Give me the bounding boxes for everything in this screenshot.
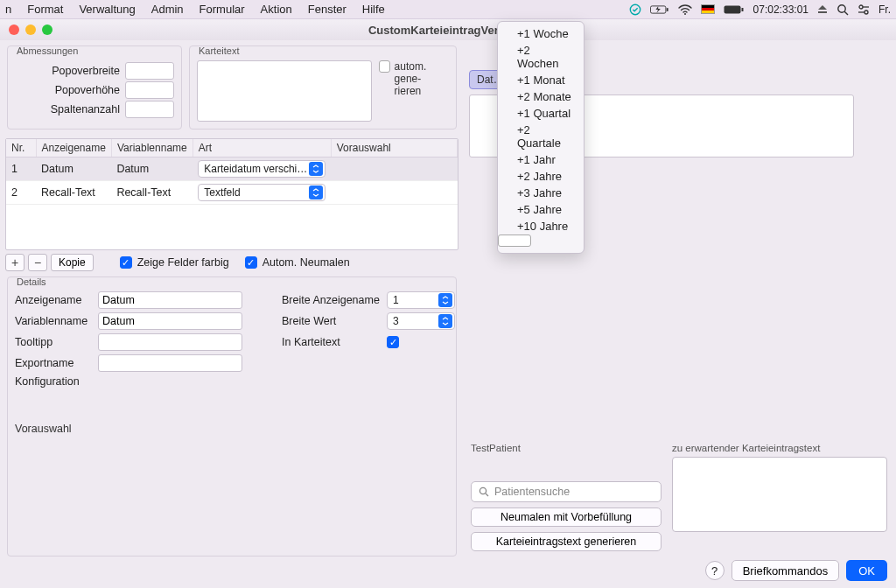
tooltipp-label: Tooltipp	[15, 336, 98, 348]
auto-generieren-checkbox[interactable]	[379, 60, 390, 73]
menu-item[interactable]: Admin	[151, 3, 184, 16]
chevron-updown-icon[interactable]	[438, 314, 452, 328]
menu-item[interactable]: +1 Monat	[498, 72, 584, 88]
tooltipp-input[interactable]	[98, 333, 242, 351]
ok-button[interactable]: OK	[846, 560, 887, 581]
menu-item[interactable]: +1 Quartal	[498, 105, 584, 122]
briefkommandos-button[interactable]: Briefkommandos	[732, 560, 840, 581]
dd-value: 1	[393, 294, 399, 306]
control-center-icon[interactable]	[858, 4, 870, 15]
menu-item[interactable]: Hilfe	[362, 3, 385, 16]
spaltenanzahl-label: Spaltenanzahl	[51, 103, 120, 116]
svg-point-9	[859, 5, 863, 9]
menubar-day[interactable]: Fr.	[878, 4, 891, 16]
patient-search[interactable]: Patientensuche	[471, 481, 662, 502]
search-icon[interactable]	[836, 4, 849, 16]
chevron-updown-icon[interactable]	[309, 162, 323, 176]
svg-line-8	[844, 11, 848, 15]
menu-item[interactable]: +10 Jahre	[498, 218, 584, 234]
col-vorauswahl[interactable]: Vorauswahl	[331, 139, 457, 158]
testpatient-panel: TestPatient Patientensuche Neumalen mit …	[471, 443, 662, 551]
table-row[interactable]: 1 Datum Datum Karteidatum verschi…	[6, 158, 458, 181]
menu-item[interactable]: +3 Jahre	[498, 185, 584, 201]
art-value: Textfeld	[204, 186, 240, 199]
group-label: Karteitext	[197, 46, 241, 56]
expected-label: zu erwartender Karteieintragstext	[672, 443, 887, 453]
add-button[interactable]: +	[5, 254, 24, 271]
breite-wert-select[interactable]: 3	[387, 312, 455, 330]
popoverhoehe-input[interactable]	[125, 81, 174, 99]
in-karteitext-label: In Karteitext	[282, 336, 387, 348]
menu-item[interactable]: Verwaltung	[79, 3, 135, 16]
menubar-clock[interactable]: 07:02:33:01	[753, 4, 808, 16]
karteitext-area[interactable]	[197, 60, 372, 122]
auto-generieren-label: autom. gene- rieren	[395, 60, 449, 97]
details-group: Details Anzeigename Breite Anzeigename 1…	[7, 276, 457, 556]
breite-anzeige-select[interactable]: 1	[387, 291, 455, 309]
svg-point-13	[480, 487, 486, 494]
testpatient-label: TestPatient	[471, 443, 662, 453]
chevron-updown-icon[interactable]	[309, 186, 323, 200]
breite-anzeige-label: Breite Anzeigename	[282, 294, 387, 306]
cell-art[interactable]: Textfeld	[192, 181, 331, 205]
chevron-updown-icon[interactable]	[438, 293, 452, 307]
battery-charging-icon[interactable]	[650, 4, 669, 15]
variablenname-label: Variablenname	[15, 315, 98, 327]
expected-panel: zu erwartender Karteieintragstext	[672, 443, 887, 551]
menu-item[interactable]: +2 Quartale	[498, 122, 584, 151]
menu-item[interactable]: +2 Wochen	[498, 42, 584, 72]
konfiguration-label: Konfiguration	[15, 375, 98, 388]
zeige-farbig-label: Zeige Felder farbig	[137, 256, 229, 269]
menubar: n Format Verwaltung Admin Formular Aktio…	[0, 0, 896, 19]
cell-anzeige: Datum	[36, 158, 111, 181]
eject-icon[interactable]	[817, 4, 828, 15]
menu-item[interactable]: +5 Jahre	[498, 201, 584, 218]
menu-item[interactable]: +2 Jahre	[498, 168, 584, 185]
neumalen-button[interactable]: Neumalen mit Vorbefüllung	[471, 508, 662, 527]
col-art[interactable]: Art	[192, 139, 331, 158]
popoverbreite-input[interactable]	[125, 62, 174, 80]
expected-text-area[interactable]	[672, 457, 887, 532]
menu-item[interactable]: Aktion	[261, 3, 292, 16]
menu-item[interactable]: n	[5, 3, 11, 16]
menu-item[interactable]: Format	[27, 3, 63, 16]
flag-germany-icon[interactable]	[701, 4, 715, 14]
remove-button[interactable]: −	[28, 254, 47, 271]
menu-item[interactable]: +2 Monate	[498, 88, 584, 105]
zeige-farbig-checkbox[interactable]: ✓	[120, 256, 132, 269]
svg-rect-6	[818, 11, 827, 13]
exportname-label: Exportname	[15, 357, 98, 369]
menu-item-checked[interactable]	[498, 234, 531, 247]
autom-neumalen-checkbox[interactable]: ✓	[245, 256, 257, 269]
spaltenanzahl-input[interactable]	[125, 101, 174, 118]
kopie-button[interactable]: Kopie	[51, 254, 94, 271]
cell-nr: 2	[6, 181, 36, 205]
col-nr[interactable]: Nr.	[6, 139, 36, 158]
help-button[interactable]: ?	[705, 561, 724, 580]
search-icon	[479, 486, 489, 497]
anzeigename-label: Anzeigename	[15, 294, 98, 306]
date-shift-menu[interactable]: +1 Woche +2 Wochen +1 Monat +2 Monate +1…	[497, 21, 584, 254]
col-var[interactable]: Variablenname	[111, 139, 192, 158]
exportname-input[interactable]	[98, 354, 242, 372]
window-title: CustomKarteieintragVerwaltu	[0, 24, 896, 37]
autom-neumalen-label: Autom. Neumalen	[262, 256, 350, 269]
anzeigename-input[interactable]	[98, 291, 242, 309]
in-karteitext-checkbox[interactable]: ✓	[387, 336, 399, 348]
vorauswahl-label: Vorauswahl	[15, 423, 449, 435]
battery-full-icon[interactable]	[724, 4, 745, 15]
group-label: Abmessungen	[15, 46, 80, 56]
variablenname-input[interactable]	[98, 312, 242, 330]
col-anzeige[interactable]: Anzeigename	[36, 139, 111, 158]
generieren-button[interactable]: Karteieintragstext generieren	[471, 532, 662, 551]
abmessungen-group: Abmessungen Popoverbreite Popoverhöhe Sp…	[7, 46, 182, 130]
menu-item[interactable]: +1 Jahr	[498, 151, 584, 168]
app-icon[interactable]	[629, 4, 641, 16]
menu-item[interactable]: Formular	[200, 3, 245, 16]
wifi-icon[interactable]	[678, 4, 692, 15]
cell-anzeige: Recall-Text	[36, 181, 111, 205]
menu-item[interactable]: Fenster	[308, 3, 346, 16]
table-row[interactable]: 2 Recall-Text Recall-Text Textfeld	[6, 181, 458, 205]
menu-item[interactable]: +1 Woche	[498, 25, 584, 42]
cell-art[interactable]: Karteidatum verschi…	[192, 158, 331, 181]
